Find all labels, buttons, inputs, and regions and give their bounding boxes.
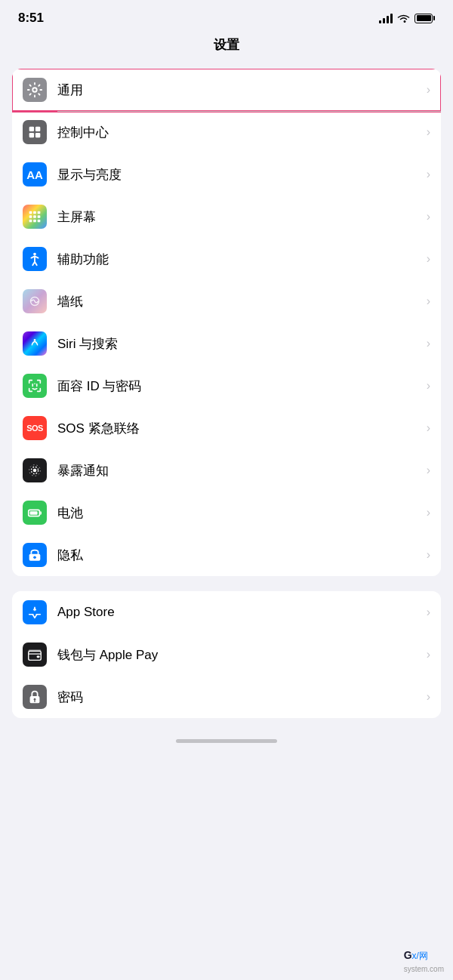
accessibility-chevron: › <box>427 252 430 266</box>
svg-rect-1 <box>29 127 34 131</box>
settings-row-appstore[interactable]: App Store › <box>12 591 441 633</box>
settings-row-sos[interactable]: SOS SOS 紧急联络 › <box>12 407 441 449</box>
privacy-label: 隐私 <box>57 547 421 564</box>
watermark: Gx/网 system.com <box>404 949 444 974</box>
display-chevron: › <box>427 168 430 181</box>
privacy-chevron: › <box>427 548 430 562</box>
svg-rect-28 <box>37 655 40 658</box>
home-screen-label: 主屏幕 <box>57 208 421 226</box>
home-indicator <box>0 733 453 747</box>
wallet-chevron: › <box>427 648 430 661</box>
exposure-icon <box>23 458 47 482</box>
password-chevron: › <box>427 690 430 704</box>
control-center-label: 控制中心 <box>57 124 421 141</box>
accessibility-label: 辅助功能 <box>57 251 421 268</box>
svg-point-24 <box>33 556 36 559</box>
general-label: 通用 <box>57 82 421 99</box>
svg-rect-2 <box>35 127 40 131</box>
general-chevron: › <box>427 83 430 97</box>
privacy-icon <box>23 543 47 567</box>
home-screen-chevron: › <box>427 210 430 223</box>
battery-settings-icon <box>23 501 47 525</box>
settings-group-1: 通用 › 控制中心 › AA 显示与亮度 › <box>12 69 441 576</box>
wallpaper-label: 墙纸 <box>57 293 421 310</box>
settings-row-wallpaper[interactable]: 墙纸 › <box>12 280 441 322</box>
settings-row-faceid[interactable]: 面容 ID 与密码 › <box>12 365 441 407</box>
password-icon <box>23 685 47 709</box>
exposure-label: 暴露通知 <box>57 462 421 479</box>
status-icons <box>379 13 435 23</box>
settings-group-2: App Store › 钱包与 Apple Pay › <box>12 591 441 718</box>
wallpaper-icon <box>23 289 47 313</box>
signal-icon <box>379 13 393 23</box>
settings-row-display[interactable]: AA 显示与亮度 › <box>12 153 441 196</box>
svg-point-18 <box>33 469 37 473</box>
svg-point-0 <box>32 88 37 92</box>
faceid-chevron: › <box>427 379 430 393</box>
settings-row-privacy[interactable]: 隐私 › <box>12 534 441 576</box>
page-title: 设置 <box>214 38 239 52</box>
home-screen-icon <box>23 205 47 229</box>
svg-point-17 <box>34 339 36 341</box>
svg-rect-22 <box>30 511 38 515</box>
exposure-chevron: › <box>427 464 430 477</box>
wallet-label: 钱包与 Apple Pay <box>57 646 421 664</box>
status-time: 8:51 <box>18 11 44 26</box>
svg-rect-27 <box>29 650 42 652</box>
accessibility-icon <box>23 247 47 271</box>
control-center-chevron: › <box>427 125 430 139</box>
svg-rect-6 <box>33 211 36 214</box>
wallpaper-chevron: › <box>427 294 430 308</box>
settings-row-general[interactable]: 通用 › <box>12 69 441 111</box>
faceid-icon <box>23 374 47 398</box>
svg-point-14 <box>33 253 36 256</box>
display-label: 显示与亮度 <box>57 166 421 183</box>
display-icon: AA <box>23 162 47 186</box>
wifi-icon <box>397 14 410 23</box>
svg-rect-8 <box>29 215 32 218</box>
svg-rect-13 <box>38 220 41 223</box>
appstore-chevron: › <box>427 606 430 619</box>
battery-label: 电池 <box>57 504 421 522</box>
sos-label: SOS 紧急联络 <box>57 420 421 437</box>
sos-icon: SOS <box>23 416 47 440</box>
settings-row-exposure[interactable]: 暴露通知 › <box>12 449 441 492</box>
settings-row-control-center[interactable]: 控制中心 › <box>12 111 441 153</box>
general-icon <box>23 78 47 102</box>
settings-section: 通用 › 控制中心 › AA 显示与亮度 › <box>0 69 453 718</box>
svg-rect-4 <box>35 133 40 137</box>
appstore-icon <box>23 600 47 624</box>
siri-icon <box>23 331 47 356</box>
siri-chevron: › <box>427 337 430 350</box>
svg-rect-3 <box>29 133 34 137</box>
settings-row-siri[interactable]: Siri 与搜索 › <box>12 322 441 365</box>
faceid-label: 面容 ID 与密码 <box>57 378 421 395</box>
battery-chevron: › <box>427 506 430 519</box>
status-bar: 8:51 <box>0 0 453 32</box>
svg-rect-12 <box>33 220 36 223</box>
svg-rect-11 <box>29 220 32 223</box>
settings-row-accessibility[interactable]: 辅助功能 › <box>12 238 441 280</box>
battery-icon <box>414 14 435 23</box>
home-bar <box>176 739 277 743</box>
settings-row-home-screen[interactable]: 主屏幕 › <box>12 196 441 238</box>
wallet-icon <box>23 643 47 667</box>
svg-rect-10 <box>38 215 41 218</box>
settings-row-password[interactable]: 密码 › <box>12 676 441 718</box>
page-title-bar: 设置 <box>0 32 453 63</box>
control-center-icon <box>23 120 47 144</box>
settings-row-wallet[interactable]: 钱包与 Apple Pay › <box>12 633 441 676</box>
svg-rect-5 <box>29 211 32 214</box>
password-label: 密码 <box>57 689 421 706</box>
svg-rect-9 <box>33 215 36 218</box>
svg-rect-26 <box>29 651 42 660</box>
siri-label: Siri 与搜索 <box>57 335 421 353</box>
sos-chevron: › <box>427 421 430 435</box>
settings-row-battery[interactable]: 电池 › <box>12 492 441 534</box>
svg-rect-7 <box>38 211 41 214</box>
appstore-label: App Store <box>57 605 421 620</box>
